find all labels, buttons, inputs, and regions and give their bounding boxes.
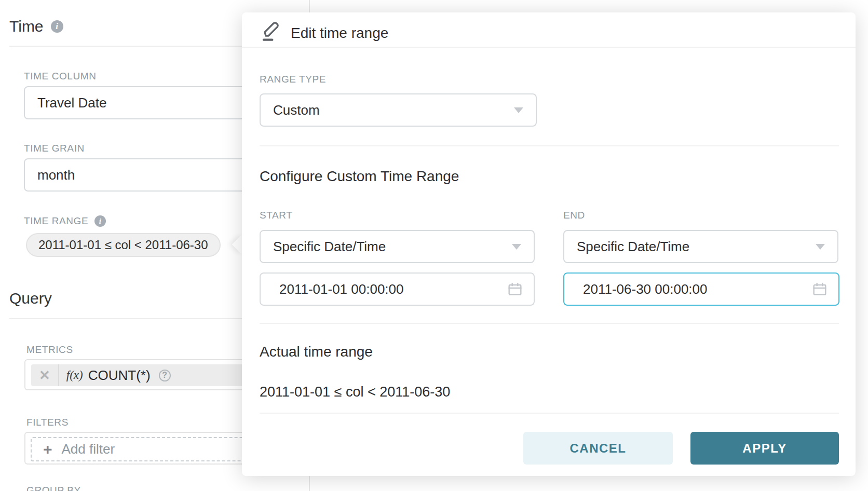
range-type-select[interactable]: Custom xyxy=(260,93,537,127)
time-section-title: Time xyxy=(9,18,44,35)
chip-separator xyxy=(58,364,59,386)
time-range-label-row: TIME RANGE i xyxy=(24,215,106,227)
query-section-title: Query xyxy=(9,290,52,307)
section-divider xyxy=(260,145,839,146)
close-icon[interactable]: ✕ xyxy=(31,367,58,384)
start-date-input[interactable] xyxy=(260,272,535,306)
footer-divider xyxy=(260,413,839,414)
chevron-down-icon xyxy=(514,107,523,113)
query-section-header: Query xyxy=(9,290,52,307)
actual-range-value: 2011-01-01 ≤ col < 2011-06-30 xyxy=(260,384,450,400)
filters-label: FILTERS xyxy=(26,417,69,428)
function-icon: f(x) xyxy=(66,369,83,382)
section-divider xyxy=(260,323,839,324)
range-type-value: Custom xyxy=(273,102,320,118)
time-range-label: TIME RANGE xyxy=(24,215,88,227)
apply-button[interactable]: APPLY xyxy=(690,432,839,465)
help-icon[interactable]: ? xyxy=(159,370,171,381)
end-mode-select[interactable]: Specific Date/Time xyxy=(563,230,838,263)
time-range-value: 2011-01-01 ≤ col < 2011-06-30 xyxy=(38,238,208,252)
metric-name: COUNT(*) xyxy=(88,367,151,384)
pencil-icon xyxy=(261,19,281,42)
start-date-field xyxy=(260,272,535,306)
end-mode-value: Specific Date/Time xyxy=(577,239,689,255)
metrics-label: METRICS xyxy=(26,344,73,356)
start-mode-value: Specific Date/Time xyxy=(273,239,386,255)
chevron-down-icon xyxy=(816,244,825,250)
edit-time-range-popover: Edit time range RANGE TYPE Custom Config… xyxy=(242,12,856,476)
info-icon[interactable]: i xyxy=(94,215,106,227)
popover-title: Edit time range xyxy=(291,25,388,42)
plus-icon: + xyxy=(43,442,52,457)
cancel-button[interactable]: CANCEL xyxy=(523,432,673,465)
end-label: END xyxy=(563,210,585,221)
time-section-header: Time i xyxy=(9,18,63,35)
calendar-icon[interactable] xyxy=(507,281,523,299)
end-date-field xyxy=(563,272,839,306)
group-by-label: GROUP BY xyxy=(26,485,81,491)
time-grain-label: TIME GRAIN xyxy=(24,143,85,154)
time-grain-value: month xyxy=(37,167,75,183)
time-range-pill[interactable]: 2011-01-01 ≤ col < 2011-06-30 xyxy=(26,233,221,257)
start-label: START xyxy=(260,210,293,221)
start-mode-select[interactable]: Specific Date/Time xyxy=(260,230,535,263)
add-filter-label: Add filter xyxy=(62,441,115,457)
chevron-down-icon xyxy=(512,244,521,250)
info-icon[interactable]: i xyxy=(51,20,63,33)
range-type-label: RANGE TYPE xyxy=(260,74,326,85)
configure-heading: Configure Custom Time Range xyxy=(260,168,459,185)
calendar-icon[interactable] xyxy=(811,281,828,299)
end-date-input[interactable] xyxy=(563,272,839,306)
actual-range-heading: Actual time range xyxy=(260,344,373,360)
header-divider xyxy=(242,47,856,48)
time-column-value: Travel Date xyxy=(37,95,106,111)
time-column-label: TIME COLUMN xyxy=(24,71,97,82)
